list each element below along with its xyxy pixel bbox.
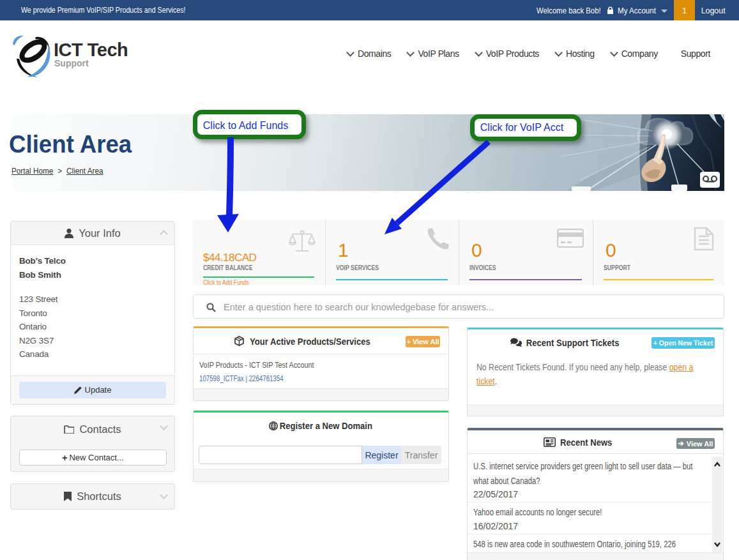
svg-text:ICT Tech: ICT Tech [54, 40, 128, 60]
svg-text:VOICEMAIL: VOICEMAIL [701, 188, 717, 192]
svg-text:Support: Support [54, 58, 89, 68]
